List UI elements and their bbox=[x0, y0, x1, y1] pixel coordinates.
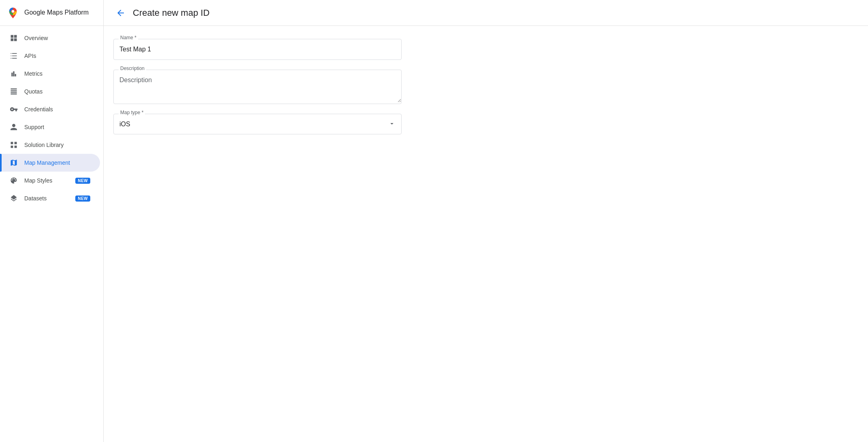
key-icon bbox=[10, 105, 18, 113]
person-icon bbox=[10, 123, 18, 131]
sidebar-item-label-datasets: Datasets bbox=[24, 195, 69, 202]
main-header: Create new map ID bbox=[104, 0, 868, 26]
apps-icon bbox=[10, 141, 18, 149]
map-type-field-wrapper: Map type * JavaScript Android iOS bbox=[113, 114, 402, 134]
sidebar-title: Google Maps Platform bbox=[24, 8, 89, 17]
map-icon bbox=[10, 159, 18, 167]
sidebar-item-map-styles[interactable]: Map Styles NEW bbox=[0, 172, 100, 189]
layers-icon bbox=[10, 194, 18, 202]
map-styles-new-badge: NEW bbox=[75, 178, 90, 184]
sidebar: Google Maps Platform Overview APIs bbox=[0, 0, 104, 442]
description-textarea[interactable] bbox=[114, 70, 401, 102]
datasets-new-badge: NEW bbox=[75, 196, 90, 202]
back-button[interactable] bbox=[113, 6, 128, 20]
description-field-label: Description bbox=[119, 66, 146, 71]
map-type-select[interactable]: JavaScript Android iOS bbox=[114, 114, 401, 134]
sidebar-item-credentials[interactable]: Credentials bbox=[0, 100, 100, 118]
sidebar-item-label-map-management: Map Management bbox=[24, 159, 90, 166]
sidebar-item-solution-library[interactable]: Solution Library bbox=[0, 136, 100, 154]
name-field-wrapper: Name * bbox=[113, 39, 402, 60]
sidebar-item-label-map-styles: Map Styles bbox=[24, 177, 69, 184]
description-field-wrapper: Description bbox=[113, 70, 402, 104]
sidebar-item-label-support: Support bbox=[24, 124, 90, 130]
name-input[interactable] bbox=[114, 39, 401, 60]
sidebar-item-apis[interactable]: APIs bbox=[0, 47, 100, 65]
sidebar-nav: Overview APIs Metrics bbox=[0, 26, 103, 442]
sidebar-header: Google Maps Platform bbox=[0, 0, 103, 26]
list-icon bbox=[10, 52, 18, 60]
sidebar-item-label-apis: APIs bbox=[24, 53, 90, 59]
map-type-field: Map type * JavaScript Android iOS bbox=[113, 114, 402, 134]
bar-chart-icon bbox=[10, 70, 18, 78]
sidebar-item-metrics[interactable]: Metrics bbox=[0, 65, 100, 83]
sidebar-item-overview[interactable]: Overview bbox=[0, 29, 100, 47]
palette-icon bbox=[10, 176, 18, 185]
sidebar-item-support[interactable]: Support bbox=[0, 118, 100, 136]
sidebar-item-map-management[interactable]: Map Management bbox=[0, 154, 100, 172]
form-area: Name * Description Map type * JavaScript… bbox=[104, 26, 411, 157]
sidebar-item-label-metrics: Metrics bbox=[24, 70, 90, 77]
main-content: Create new map ID Name * Description Map… bbox=[104, 0, 868, 442]
google-maps-logo bbox=[6, 6, 19, 19]
name-field-label: Name * bbox=[119, 35, 138, 40]
grid-icon bbox=[10, 34, 18, 42]
description-field: Description bbox=[113, 70, 402, 104]
sidebar-item-label-credentials: Credentials bbox=[24, 106, 90, 113]
sidebar-item-quotas[interactable]: Quotas bbox=[0, 83, 100, 100]
page-title: Create new map ID bbox=[133, 8, 210, 18]
name-field: Name * bbox=[113, 39, 402, 60]
svg-point-0 bbox=[12, 10, 15, 13]
sidebar-item-label-quotas: Quotas bbox=[24, 88, 90, 95]
map-type-label: Map type * bbox=[119, 110, 145, 115]
sidebar-item-label-solution-library: Solution Library bbox=[24, 142, 90, 148]
sidebar-item-label-overview: Overview bbox=[24, 35, 90, 41]
sidebar-item-datasets[interactable]: Datasets NEW bbox=[0, 189, 100, 207]
table-icon bbox=[10, 87, 18, 96]
